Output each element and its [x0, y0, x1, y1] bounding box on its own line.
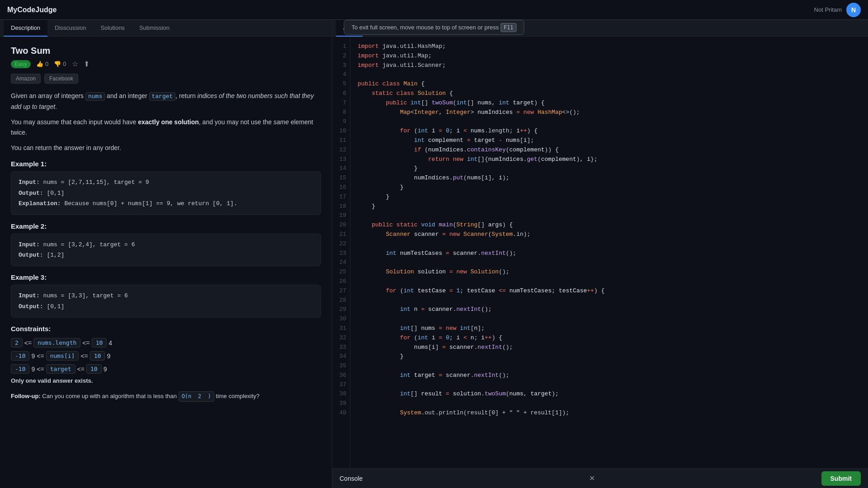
constraint-chip-10c: 10 [86, 364, 102, 374]
constraint-lte5: <= [37, 366, 44, 373]
example2-label: Example 2: [11, 222, 321, 230]
constraint-row-2: -10 9 <= nums[i] <= 10 9 [11, 351, 321, 361]
tag-amazon[interactable]: Amazon [11, 74, 41, 84]
constraint-lte6: <= [77, 366, 85, 373]
constraint-sup-9d: 9 [104, 366, 107, 373]
constraint-note: Only one valid answer exists. [11, 377, 321, 384]
example3-output: Output: [0,1] [19, 301, 313, 312]
constraint-sup-9b: 9 [107, 352, 110, 360]
header: MyCodeJudge To exit full screen, move mo… [0, 0, 868, 20]
fullscreen-banner: To exit full screen, move mouse to top o… [344, 20, 524, 35]
avatar: N [846, 3, 861, 17]
problem-title: Two Sum [11, 46, 321, 56]
example1-label: Example 1: [11, 160, 321, 168]
description-line2: You may assume that each input would hav… [11, 117, 321, 137]
tab-discussion[interactable]: Disscussion [47, 20, 93, 37]
right-panel: Java Javascript Python C++ 1234567891011… [332, 20, 868, 488]
user-name: Not Pritam [814, 6, 842, 13]
tab-description[interactable]: Description [4, 20, 47, 37]
constraint-superscript-4: 4 [108, 339, 112, 347]
constraint-lte4: <= [80, 352, 88, 360]
difficulty-row: Easy 👍 0 👎 0 ☆ ⬆ [11, 60, 321, 68]
tab-solutions[interactable]: Solutions [93, 20, 132, 37]
followup: Follow-up: Can you come up with an algor… [11, 391, 321, 402]
thumbs-down-icon: 👎 [54, 61, 61, 67]
constraint-chip-nums-length: nums.length [33, 338, 80, 347]
example1-input: Input: nums = [2,7,11,15], target = 9 [19, 177, 313, 188]
description-line1: Given an array of integers nums and an i… [11, 91, 321, 112]
code-editor[interactable]: 1234567891011121314151617181920212223242… [332, 37, 868, 468]
example2-output: Output: [1,2] [19, 250, 313, 260]
constraint-chip-nums-i: nums[i] [46, 351, 79, 361]
complexity-code: O(n 2 ) [179, 391, 214, 402]
problem-content: Two Sum Easy 👍 0 👎 0 ☆ ⬆ Amazon Facebook [0, 37, 332, 488]
star-button[interactable]: ☆ [72, 60, 78, 68]
description-line3: You can return the answer in any order. [11, 143, 321, 153]
nums-code: nums [85, 92, 105, 101]
main-layout: Description Disscussion Solutions Submis… [0, 20, 868, 488]
logo: MyCodeJudge [7, 6, 57, 14]
console-close-button[interactable]: ✕ [589, 474, 595, 483]
left-panel: Description Disscussion Solutions Submis… [0, 20, 332, 488]
difficulty-badge: Easy [11, 60, 31, 68]
constraint-row-1: 2 <= nums.length <= 10 4 [11, 338, 321, 347]
tab-submission[interactable]: Submission [132, 20, 177, 37]
constraint-sup-9a: 9 [31, 352, 35, 360]
example1-block: Input: nums = [2,7,11,15], target = 9 Ou… [11, 171, 321, 215]
thumbs-up-icon: 👍 [36, 61, 43, 67]
upvote-count: 0 [45, 61, 48, 67]
console-bar: Console ✕ Submit [332, 468, 868, 488]
constraints-title: Constraints: [11, 325, 321, 333]
example2-block: Input: nums = [3,2,4], target = 6 Output… [11, 234, 321, 267]
f11-key: F11 [500, 23, 517, 32]
submit-button[interactable]: Submit [821, 471, 861, 486]
share-button[interactable]: ⬆ [84, 60, 90, 68]
constraint-chip-10-4: 10 [92, 338, 107, 347]
header-right: Not Pritam N [814, 3, 861, 17]
tag-facebook[interactable]: Facebook [44, 74, 78, 84]
problem-tabs: Description Disscussion Solutions Submis… [0, 20, 332, 37]
target-code: target [149, 92, 176, 101]
example1-explanation: Explanation: Because nums[0] + nums[1] =… [19, 198, 313, 209]
constraint-chip-10b: 10 [90, 351, 105, 361]
constraint-row-3: -10 9 <= target <= 10 9 [11, 364, 321, 374]
company-tags: Amazon Facebook [11, 74, 321, 84]
console-label: Console [340, 475, 363, 482]
line-numbers: 1234567891011121314151617181920212223242… [332, 37, 350, 468]
banner-text: To exit full screen, move mouse to top o… [351, 24, 499, 31]
constraint-sup-9c: 9 [31, 366, 35, 373]
downvote-count: 0 [63, 61, 66, 67]
example1-output: Output: [0,1] [19, 188, 313, 198]
constraint-chip-n10c: -10 [11, 364, 29, 374]
upvote-button[interactable]: 👍 0 [36, 61, 48, 67]
constraint-lte3: <= [37, 352, 44, 360]
constraint-chip-target: target [46, 364, 75, 374]
downvote-button[interactable]: 👎 0 [54, 61, 66, 67]
constraint-chip-n10: -10 [11, 351, 29, 361]
example3-block: Input: nums = [3,3], target = 6 Output: … [11, 285, 321, 318]
constraint-lte1: <= [24, 339, 32, 347]
example3-label: Example 3: [11, 273, 321, 281]
code-content: import java.util.HashMap; import java.ut… [350, 37, 868, 468]
example2-input: Input: nums = [3,2,4], target = 6 [19, 239, 313, 250]
example3-input: Input: nums = [3,3], target = 6 [19, 291, 313, 301]
constraint-chip-2: 2 [11, 338, 23, 347]
constraint-lte2: <= [82, 339, 90, 347]
